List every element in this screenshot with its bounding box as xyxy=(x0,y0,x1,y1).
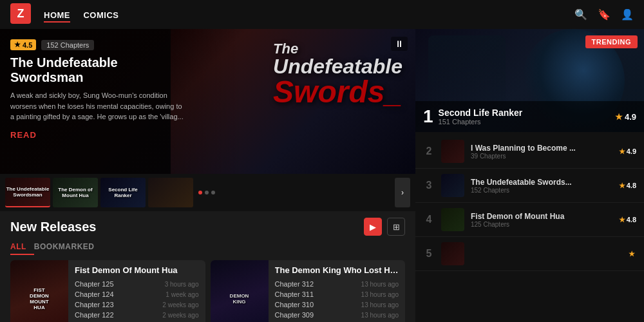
logo[interactable]: Z xyxy=(10,3,31,26)
star-icon-3: ★ xyxy=(619,182,625,190)
hero-title: The Undefeatable Swordsman xyxy=(10,55,184,85)
new-releases-section: New Releases ▶ ⊞ ALL BOOKMARKED FISTDEMO… xyxy=(0,211,415,322)
chapter-row-2-3: Chapter 310 13 hours ago xyxy=(275,301,399,308)
chapter-name-1-3[interactable]: Chapter 123 xyxy=(75,301,114,308)
t-title-4: Fist Demon of Mount Hua xyxy=(471,212,612,221)
trending-title-block-1: Second Life Ranker 151 Chapters xyxy=(439,108,610,126)
tab-bookmarked[interactable]: BOOKMARKED xyxy=(34,240,102,255)
rank-5: 5 xyxy=(423,248,435,260)
dot-2 xyxy=(205,191,209,194)
chapter-name-1-2[interactable]: Chapter 124 xyxy=(75,290,114,298)
account-icon[interactable]: 👤 xyxy=(621,8,634,21)
main-nav: HOME COMICS xyxy=(44,9,118,21)
chapter-row-1-1: Chapter 125 3 hours ago xyxy=(75,280,199,288)
star-icon-4: ★ xyxy=(619,216,625,224)
left-panel: The Undefeatable Swords_ ★ 4.5 152 Chapt… xyxy=(0,29,415,322)
thumb-2[interactable]: The Demon of Mount Hua xyxy=(53,178,98,207)
trending-item-2[interactable]: 2 I Was Planning to Become ... 39 Chapte… xyxy=(415,135,644,169)
t-info-4: Fist Demon of Mount Hua 125 Chapters xyxy=(471,212,612,228)
section-title: New Releases xyxy=(10,220,96,234)
t-chapters-3: 152 Chapters xyxy=(471,187,612,194)
t-info-3: The Undefeatable Swords... 152 Chapters xyxy=(471,178,612,194)
rating-val: 4.9 xyxy=(625,112,636,122)
manga-card-1: FISTDEMONMOUNTHUA Fist Demon Of Mount Hu… xyxy=(10,260,205,322)
thumb-1[interactable]: The Undefeatable Swordsman xyxy=(5,178,50,207)
list-view-button[interactable]: ▶ xyxy=(364,218,382,236)
cover-image-1: FISTDEMONMOUNTHUA xyxy=(10,260,68,322)
card-info-1: Fist Demon Of Mount Hua Chapter 125 3 ho… xyxy=(68,260,205,322)
thumb-4[interactable] xyxy=(148,178,193,207)
chapter-time-1-1: 3 hours ago xyxy=(165,281,199,288)
trending-top-title: Second Life Ranker xyxy=(439,108,610,118)
chapter-name-1-1[interactable]: Chapter 125 xyxy=(75,280,114,288)
search-icon[interactable]: 🔍 xyxy=(574,8,587,21)
t-cover-3 xyxy=(441,174,464,197)
pause-button[interactable]: ⏸ xyxy=(391,37,408,51)
thumb-3[interactable]: Second Life Ranker xyxy=(100,178,146,207)
hero-banner: The Undefeatable Swords_ ★ 4.5 152 Chapt… xyxy=(0,29,415,174)
chapter-row-1-2: Chapter 124 1 week ago xyxy=(75,290,199,298)
t-title-3: The Undefeatable Swords... xyxy=(471,178,612,187)
trending-top-rating: ★ 4.9 xyxy=(615,112,636,122)
trending-item-4[interactable]: 4 Fist Demon of Mount Hua 125 Chapters ★… xyxy=(415,203,644,237)
chapter-name-1-4[interactable]: Chapter 122 xyxy=(75,311,114,319)
nav-home[interactable]: HOME xyxy=(44,10,70,23)
trending-top-info[interactable]: 1 Second Life Ranker 151 Chapters ★ 4.9 xyxy=(415,101,644,132)
chapter-time-1-2: 1 week ago xyxy=(166,291,198,298)
chapter-row-2-2: Chapter 311 13 hours ago xyxy=(275,290,399,298)
rank-2: 2 xyxy=(423,146,435,157)
chapter-name-2-4[interactable]: Chapter 309 xyxy=(275,311,314,319)
t-info-2: I Was Planning to Become ... 39 Chapters xyxy=(471,144,612,160)
trending-badge: TRENDING xyxy=(585,35,638,48)
svg-text:Z: Z xyxy=(17,7,24,20)
header: Z HOME COMICS 🔍 🔖 👤 xyxy=(0,0,644,29)
trending-item-5[interactable]: 5 ★ xyxy=(415,237,644,271)
rank-3: 3 xyxy=(423,180,435,191)
read-button[interactable]: READ xyxy=(10,130,184,140)
chapter-time-2-1: 13 hours ago xyxy=(361,281,399,288)
nav-comics[interactable]: COMICS xyxy=(83,10,118,20)
t-title-2: I Was Planning to Become ... xyxy=(471,144,612,153)
card-title-1: Fist Demon Of Mount Hua xyxy=(75,265,199,275)
grid-view-button[interactable]: ⊞ xyxy=(387,218,405,236)
chapter-time-1-3: 2 weeks ago xyxy=(162,301,198,308)
t-cover-2 xyxy=(441,140,464,163)
star-icon-2: ★ xyxy=(619,147,625,156)
tab-all[interactable]: ALL xyxy=(10,240,34,255)
header-actions: ▶ ⊞ xyxy=(364,218,405,236)
hero-art: The Undefeatable Swords_ xyxy=(171,29,415,174)
t-chapters-4: 125 Chapters xyxy=(471,221,612,228)
chapter-name-2-2[interactable]: Chapter 311 xyxy=(275,290,314,298)
hero-content: ★ 4.5 152 Chapters The Undefeatable Swor… xyxy=(10,39,184,140)
right-panel: TRENDING 1 Second Life Ranker 151 Chapte… xyxy=(415,29,644,322)
t-rating-3: ★ 4.8 xyxy=(619,182,636,190)
bookmark-icon[interactable]: 🔖 xyxy=(598,8,611,21)
rank-4: 4 xyxy=(423,214,435,225)
chapter-row-1-4: Chapter 122 2 weeks ago xyxy=(75,311,199,319)
hero-meta: ★ 4.5 152 Chapters xyxy=(10,39,184,50)
chapter-time-2-3: 13 hours ago xyxy=(361,301,399,308)
dot-3 xyxy=(211,191,215,194)
t-rating-5: ★ xyxy=(629,250,636,258)
chapter-name-2-1[interactable]: Chapter 312 xyxy=(275,280,314,288)
card-cover-2[interactable]: DEMONKING xyxy=(211,260,269,322)
rating-value: 4.5 xyxy=(23,41,32,49)
new-releases-header: New Releases ▶ ⊞ xyxy=(0,211,415,240)
t-cover-4 xyxy=(441,208,464,231)
cards-grid: FISTDEMONMOUNTHUA Fist Demon Of Mount Hu… xyxy=(0,260,415,322)
card-cover-1[interactable]: FISTDEMONMOUNTHUA xyxy=(10,260,68,322)
dot-1 xyxy=(198,191,202,194)
chapter-row-1-3: Chapter 123 2 weeks ago xyxy=(75,301,199,308)
next-button[interactable]: › xyxy=(395,178,410,207)
trending-item-3[interactable]: 3 The Undefeatable Swords... 152 Chapter… xyxy=(415,169,644,203)
trending-top-chapters: 151 Chapters xyxy=(439,118,610,126)
tabs: ALL BOOKMARKED xyxy=(0,240,415,255)
t-cover-5 xyxy=(441,242,464,265)
rating-badge: ★ 4.5 xyxy=(10,39,36,50)
star-icon: ★ xyxy=(615,112,623,122)
chapter-name-2-3[interactable]: Chapter 310 xyxy=(275,301,314,308)
main-content: The Undefeatable Swords_ ★ 4.5 152 Chapt… xyxy=(0,29,644,322)
card-title-2: The Demon King Who Lost His Jo... xyxy=(275,265,399,275)
header-right: 🔍 🔖 👤 xyxy=(574,8,634,21)
trending-list: 2 I Was Planning to Become ... 39 Chapte… xyxy=(415,132,644,274)
